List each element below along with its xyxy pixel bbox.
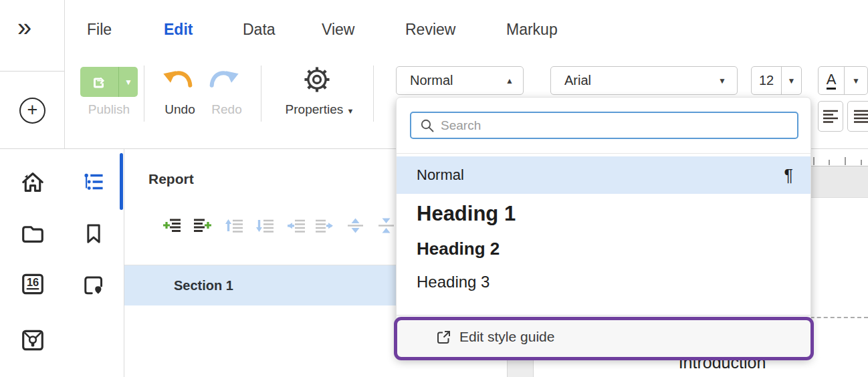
lightbulb-box-icon <box>19 327 46 354</box>
properties-button[interactable] <box>302 65 332 97</box>
dropdown-separator <box>397 153 810 154</box>
folder-icon <box>19 221 46 247</box>
active-panel-indicator <box>120 153 123 210</box>
rail-vertical-divider <box>64 0 65 148</box>
caret-down-icon: ▼ <box>782 76 801 86</box>
redo-label: Redo <box>206 102 247 117</box>
plus-icon: + <box>27 100 38 120</box>
pilcrow-icon: ¶ <box>784 166 793 185</box>
font-family-select[interactable]: Arial ▼ <box>550 66 738 95</box>
caret-up-icon: ▲ <box>506 76 514 86</box>
menu-edit[interactable]: Edit <box>164 21 193 39</box>
favorites-panel-tab[interactable] <box>79 271 108 301</box>
ruler-tick <box>829 160 830 165</box>
rail-divider <box>0 71 64 72</box>
text-color-button[interactable]: A ▼ <box>818 66 868 95</box>
bookmark-heart-icon <box>81 273 106 299</box>
bookmark-icon <box>81 221 106 247</box>
collapse-sections-button[interactable] <box>377 217 395 234</box>
menu-file[interactable]: File <box>87 21 112 39</box>
outdent-section-button[interactable] <box>287 217 305 234</box>
publish-label: Publish <box>79 102 139 117</box>
style-dropdown-menu: Normal ¶ Heading 1 Heading 2 Heading 3 E… <box>396 97 811 358</box>
bookmarks-panel-tab[interactable] <box>79 219 108 249</box>
search-icon <box>419 118 435 134</box>
ruler-tick <box>861 160 862 165</box>
indent-icon <box>316 217 334 234</box>
outline-title: Report <box>148 171 194 187</box>
paragraph-style-select[interactable]: Normal ▲ <box>396 66 524 95</box>
outline-panel-tab[interactable] <box>79 167 108 197</box>
svg-text:16: 16 <box>27 276 39 288</box>
caret-down-icon: ▼ <box>718 76 726 86</box>
text-color-a-icon: A <box>819 72 844 90</box>
publish-icon <box>91 75 108 90</box>
panel-divider <box>124 148 124 377</box>
calendar-icon: 16 <box>19 271 46 297</box>
properties-label: Properties ▼ <box>280 102 360 117</box>
caret-down-icon: ▼ <box>845 76 867 86</box>
calendar-button[interactable]: 16 <box>18 269 47 299</box>
font-size-select[interactable]: 12 ▼ <box>751 66 802 95</box>
menu-data[interactable]: Data <box>243 21 276 39</box>
redo-icon <box>207 68 239 94</box>
align-left-icon <box>822 108 839 125</box>
move-section-up-button[interactable] <box>225 217 243 234</box>
outdent-icon <box>287 217 305 234</box>
style-option-normal[interactable]: Normal ¶ <box>397 156 810 194</box>
add-button[interactable]: + <box>19 98 45 124</box>
caret-down-icon: ▼ <box>124 78 132 87</box>
insert-section-after-icon <box>193 217 211 234</box>
home-button[interactable] <box>18 168 47 198</box>
double-chevron-right-icon: » <box>17 13 31 41</box>
edit-style-guide-label: Edit style guide <box>459 329 554 345</box>
external-link-icon <box>435 329 452 346</box>
justify-icon <box>853 108 868 125</box>
caret-down-icon: ▼ <box>347 107 354 115</box>
style-option-heading3[interactable]: Heading 3 <box>397 266 810 297</box>
expand-sections-button[interactable] <box>346 217 364 234</box>
files-button[interactable] <box>18 219 47 249</box>
expand-icon <box>346 217 364 234</box>
font-size-value: 12 <box>752 73 781 88</box>
undo-icon <box>162 68 195 94</box>
publish-button[interactable]: ▼ <box>80 67 138 97</box>
style-search-field[interactable] <box>410 112 798 139</box>
undo-label: Undo <box>159 102 201 117</box>
search-input[interactable] <box>441 118 797 133</box>
ruler-tick <box>813 157 815 165</box>
menu-markup[interactable]: Markup <box>506 21 558 39</box>
menu-review[interactable]: Review <box>405 21 455 39</box>
ruler-tick <box>845 157 846 165</box>
move-down-icon <box>256 217 274 234</box>
menu-view[interactable]: View <box>322 21 354 39</box>
align-left-button[interactable] <box>818 101 843 132</box>
gear-icon <box>302 65 332 94</box>
justify-button[interactable] <box>847 101 868 132</box>
insert-section-before-icon <box>163 217 181 234</box>
font-select-value: Arial <box>564 73 591 88</box>
redo-button[interactable] <box>207 68 239 97</box>
edit-style-guide-button[interactable]: Edit style guide <box>397 315 810 358</box>
ideas-button[interactable] <box>18 326 47 355</box>
outline-tree-icon <box>81 169 106 195</box>
style-option-heading2[interactable]: Heading 2 <box>397 232 810 266</box>
insert-section-after-button[interactable] <box>193 217 211 234</box>
insert-section-before-button[interactable] <box>163 217 181 234</box>
home-icon <box>19 170 46 197</box>
section-label: Section 1 <box>174 278 233 293</box>
move-up-icon <box>225 217 243 234</box>
move-section-down-button[interactable] <box>256 217 274 234</box>
collapse-icon <box>377 217 395 234</box>
indent-section-button[interactable] <box>316 217 334 234</box>
app-window: » + 16 <box>0 0 868 377</box>
collapse-sidebar-button[interactable]: » <box>17 15 31 40</box>
style-select-value: Normal <box>410 73 453 88</box>
undo-button[interactable] <box>162 68 195 97</box>
style-option-heading1[interactable]: Heading 1 <box>397 195 810 232</box>
